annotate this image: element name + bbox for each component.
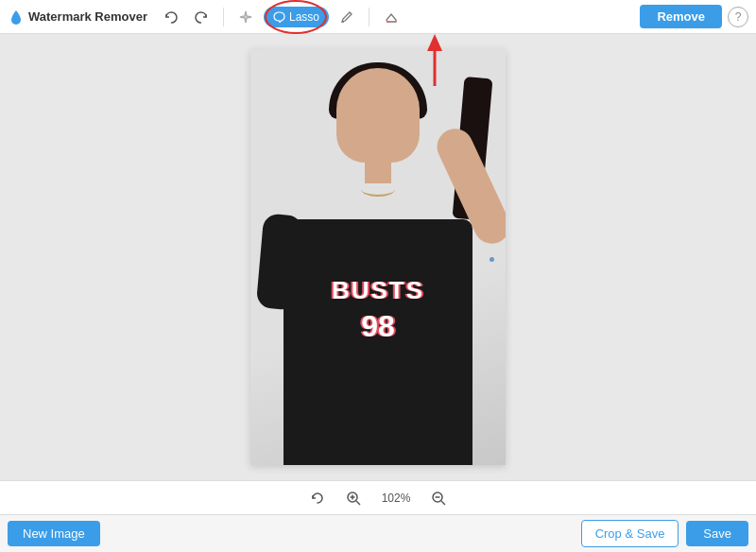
lasso-label: Lasso bbox=[289, 10, 319, 24]
dot-annotation bbox=[490, 257, 494, 262]
magic-tool-button[interactable] bbox=[233, 5, 258, 29]
necklace bbox=[361, 181, 395, 197]
app-logo-icon bbox=[8, 9, 25, 26]
head bbox=[336, 68, 420, 163]
reset-zoom-icon bbox=[309, 490, 326, 507]
help-button[interactable]: ? bbox=[728, 7, 748, 27]
lasso-button-wrapper: Lasso bbox=[264, 7, 329, 27]
svg-line-7 bbox=[356, 501, 360, 505]
separator-2 bbox=[369, 8, 369, 26]
new-image-button[interactable]: New Image bbox=[8, 521, 100, 546]
pen-tool-button[interactable] bbox=[335, 5, 359, 29]
toolbar: Watermark Remover Lasso bbox=[0, 0, 756, 34]
app-title-text: Watermark Remover bbox=[28, 9, 147, 24]
new-image-label: New Image bbox=[23, 526, 85, 541]
save-label: Save bbox=[703, 526, 731, 541]
zoom-out-icon bbox=[430, 490, 447, 507]
redo-button[interactable] bbox=[189, 5, 214, 29]
neck bbox=[365, 155, 391, 183]
shirt-number: 98 bbox=[361, 309, 395, 344]
zoom-in-button[interactable] bbox=[342, 487, 365, 509]
main-canvas-area: BUSTS 98 bbox=[0, 34, 756, 480]
image-canvas: BUSTS 98 bbox=[250, 49, 506, 465]
undo-button[interactable] bbox=[159, 5, 183, 29]
crop-save-button[interactable]: Crop & Save bbox=[581, 520, 679, 547]
remove-button[interactable]: Remove bbox=[640, 5, 722, 28]
person-image: BUSTS 98 bbox=[250, 49, 506, 465]
zoom-out-button[interactable] bbox=[427, 487, 450, 509]
separator-1 bbox=[223, 8, 224, 26]
erase-tool-button[interactable] bbox=[379, 5, 404, 29]
arm-left bbox=[256, 213, 304, 310]
crop-save-label: Crop & Save bbox=[595, 526, 665, 541]
lasso-icon bbox=[273, 10, 285, 23]
reset-zoom-button[interactable] bbox=[306, 487, 329, 509]
save-button[interactable]: Save bbox=[686, 521, 748, 546]
zoom-level: 102% bbox=[378, 492, 414, 505]
zoom-in-icon bbox=[345, 490, 362, 507]
shirt-text: BUSTS bbox=[332, 276, 424, 305]
help-icon: ? bbox=[735, 10, 742, 24]
remove-label: Remove bbox=[657, 9, 705, 24]
app-title: Watermark Remover bbox=[8, 9, 147, 26]
svg-line-10 bbox=[441, 501, 445, 505]
lasso-button[interactable]: Lasso bbox=[264, 7, 329, 27]
shirt: BUSTS 98 bbox=[284, 219, 472, 465]
footer-bar: New Image Crop & Save Save bbox=[0, 514, 756, 552]
zoom-bar: 102% bbox=[0, 480, 756, 514]
